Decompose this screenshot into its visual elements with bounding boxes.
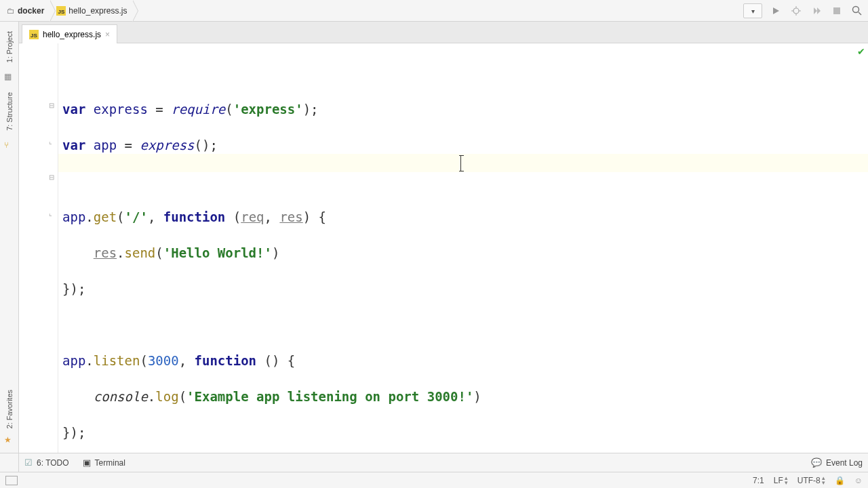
fold-end-icon[interactable]: ⌞ [49,209,52,217]
hector-icon[interactable]: ☺ [854,476,863,485]
close-icon[interactable]: × [105,30,110,39]
run-config-dropdown[interactable]: ▾ [743,3,762,18]
bottom-tool-stripe: ☑ 6: TODO ▣ Terminal 💬 Event Log [19,453,868,472]
sidebar-project[interactable]: 1: Project [4,28,15,65]
run-toolbar: ▾ [743,0,864,22]
search-icon[interactable] [850,4,864,18]
debug-button[interactable] [789,4,803,18]
run-button[interactable] [769,4,783,18]
sidebar-structure[interactable]: 7: Structure [4,89,15,134]
breadcrumb-file[interactable]: JS hello_express.js [50,0,132,21]
sidebar-favorites[interactable]: 2: Favorites [4,387,15,431]
svg-line-7 [859,12,861,15]
left-tool-stripe: 1: Project ▦ 7: Structure ⑂ 2: Favorites… [0,22,19,453]
line-separator[interactable]: LF▴▾ [774,476,788,485]
text-cursor [460,155,461,171]
lock-icon[interactable]: 🔒 [835,476,845,485]
todo-tool[interactable]: ☑ 6: TODO [24,458,69,468]
tab-label: hello_express.js [43,30,101,39]
current-line-highlight [58,154,868,172]
svg-rect-5 [833,7,840,14]
event-log-icon: 💬 [811,458,822,468]
tool-window-toggle-icon[interactable] [5,476,18,485]
terminal-tool[interactable]: ▣ Terminal [83,458,125,468]
encoding[interactable]: UTF-8▴▾ [797,476,825,485]
fold-icon[interactable]: ⊟ [49,174,54,181]
inspection-ok-icon[interactable]: ✔ [857,46,865,57]
code-editor[interactable]: ⊟ ⌞ ⊟ ⌞ var express = require('express')… [19,43,868,453]
file-icon[interactable]: ▦ [4,72,15,83]
todo-icon: ☑ [24,458,33,468]
cursor-position[interactable]: 7:1 [753,476,764,485]
breadcrumb: 🗀 docker JS hello_express.js [0,0,132,21]
star-icon[interactable]: ★ [4,435,15,446]
fold-end-icon[interactable]: ⌞ [49,138,52,145]
navigation-bar: 🗀 docker JS hello_express.js ▾ [0,0,868,22]
breadcrumb-label: hello_express.js [68,6,127,16]
terminal-label: Terminal [95,458,125,468]
svg-point-0 [793,8,799,14]
js-file-icon: JS [29,30,39,39]
folder-icon: 🗀 [7,6,15,16]
todo-label: 6: TODO [37,458,69,468]
git-branch-icon[interactable]: ⑂ [4,140,15,151]
tab-hello-express[interactable]: JS hello_express.js × [22,24,117,43]
svg-point-6 [853,7,859,13]
editor-tabs: JS hello_express.js × [19,22,868,43]
event-log-tool[interactable]: 💬 Event Log [811,458,863,468]
status-bar: 7:1 LF▴▾ UTF-8▴▾ 🔒 ☺ [0,472,868,488]
breadcrumb-label: docker [18,6,44,16]
breadcrumb-project[interactable]: 🗀 docker [0,0,50,21]
rerun-button[interactable] [810,4,823,18]
left-bottom-corner [0,453,19,472]
code-text[interactable]: var express = require('express'); var ap… [58,43,868,453]
event-log-label: Event Log [826,458,863,468]
js-file-icon: JS [56,6,66,16]
fold-icon[interactable]: ⊟ [49,102,54,109]
stop-button[interactable] [830,4,844,18]
editor-gutter: ⊟ ⌞ ⊟ ⌞ [19,43,58,453]
terminal-icon: ▣ [83,458,91,468]
